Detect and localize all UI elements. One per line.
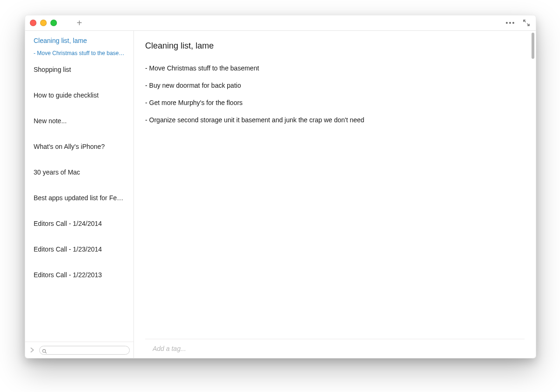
- note-body[interactable]: Cleaning list, lame - Move Christmas stu…: [134, 31, 536, 339]
- note-list-item-title: Best apps updated list for February: [34, 194, 125, 203]
- note-editor: Cleaning list, lame - Move Christmas stu…: [134, 31, 536, 358]
- note-list-item-title: Editors Call - 1/24/2014: [34, 219, 125, 228]
- note-list-item[interactable]: Shopping list: [25, 60, 133, 85]
- note-list-item-title: Editors Call - 1/23/2014: [34, 245, 125, 254]
- expand-button[interactable]: [523, 19, 530, 27]
- note-list-item-title: Editors Call - 1/22/2013: [34, 271, 125, 280]
- note-list-item[interactable]: Editors Call - 1/24/2014: [25, 214, 133, 239]
- plus-icon: +: [77, 18, 82, 28]
- note-line[interactable]: - Get more Murphy's for the floors: [145, 98, 525, 107]
- note-line[interactable]: - Move Christmas stuff to the basement: [145, 64, 525, 73]
- app-window: +: [25, 15, 536, 358]
- scrollbar-thumb[interactable]: [532, 33, 534, 59]
- sidebar: Cleaning list, lame - Move Christmas stu…: [25, 31, 134, 358]
- tag-bar: [145, 339, 525, 358]
- svg-line-3: [45, 352, 47, 353]
- note-list-item-title: 30 years of Mac: [34, 168, 125, 177]
- note-line[interactable]: - Organize second storage unit it baseme…: [145, 116, 525, 125]
- note-title[interactable]: Cleaning list, lame: [145, 41, 525, 51]
- search-input[interactable]: [39, 346, 130, 355]
- note-list-item[interactable]: Editors Call - 1/23/2014: [25, 239, 133, 265]
- note-list-item[interactable]: How to guide checklist: [25, 85, 133, 111]
- note-line[interactable]: - Buy new doormat for back patio: [145, 81, 525, 90]
- chevron-right-icon[interactable]: [29, 347, 35, 353]
- sidebar-footer: [25, 342, 133, 358]
- note-list-item-title: Shopping list: [34, 65, 125, 74]
- note-list-item-preview: - Move Christmas stuff to the basement: [34, 50, 125, 56]
- note-list-item[interactable]: 30 years of Mac: [25, 162, 133, 188]
- new-note-button[interactable]: +: [74, 18, 84, 28]
- note-list-item-title: New note...: [34, 117, 125, 126]
- more-options-button[interactable]: [504, 20, 516, 26]
- note-list-item[interactable]: Cleaning list, lame - Move Christmas stu…: [25, 31, 133, 60]
- tag-input[interactable]: [145, 343, 525, 354]
- note-list-item[interactable]: New note...: [25, 111, 133, 137]
- expand-icon: [523, 19, 530, 27]
- dots-icon: [506, 22, 508, 24]
- search-icon: [42, 348, 47, 353]
- note-list-item-title: What's on Ally's iPhone?: [34, 142, 125, 151]
- titlebar: +: [25, 15, 536, 31]
- note-list-item[interactable]: Best apps updated list for February: [25, 188, 133, 214]
- note-list-item[interactable]: Editors Call - 1/22/2013: [25, 265, 133, 291]
- note-list: Cleaning list, lame - Move Christmas stu…: [25, 31, 133, 342]
- svg-point-2: [42, 350, 45, 352]
- note-list-item-title: Cleaning list, lame: [34, 36, 125, 45]
- note-list-item[interactable]: What's on Ally's iPhone?: [25, 137, 133, 162]
- note-list-item-title: How to guide checklist: [34, 91, 125, 100]
